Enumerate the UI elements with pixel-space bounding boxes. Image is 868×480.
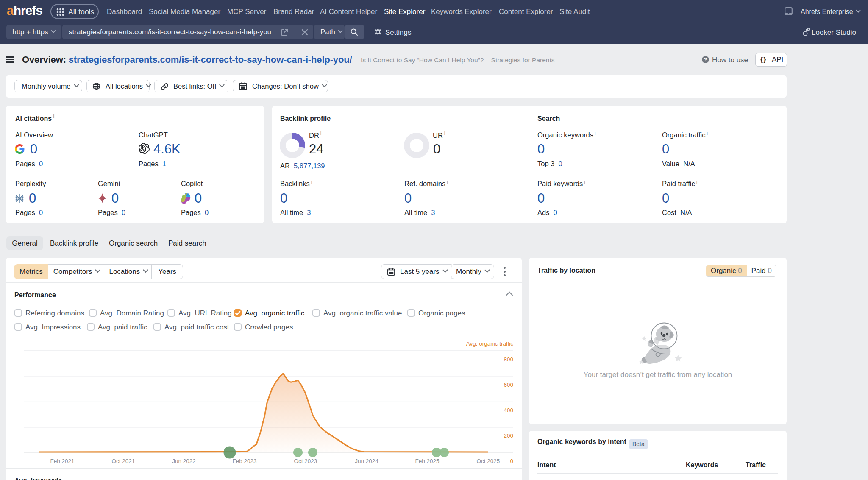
svg-text:Oct 2021: Oct 2021 <box>112 458 135 464</box>
svg-text:Oct 2023: Oct 2023 <box>294 458 317 464</box>
svg-text:Jun 2024: Jun 2024 <box>355 458 378 464</box>
svg-text:Feb 2021: Feb 2021 <box>50 458 74 464</box>
svg-text:Jun 2022: Jun 2022 <box>172 458 196 464</box>
svg-text:800: 800 <box>504 356 513 363</box>
svg-text:Oct 2025: Oct 2025 <box>477 458 500 464</box>
svg-text:600: 600 <box>504 382 513 388</box>
svg-text:0: 0 <box>510 458 513 464</box>
svg-text:Feb 2025: Feb 2025 <box>415 458 439 464</box>
svg-text:400: 400 <box>504 407 513 413</box>
svg-text:200: 200 <box>504 433 513 439</box>
svg-text:Avg. organic traffic: Avg. organic traffic <box>466 340 514 347</box>
svg-text:Feb 2023: Feb 2023 <box>232 458 256 464</box>
